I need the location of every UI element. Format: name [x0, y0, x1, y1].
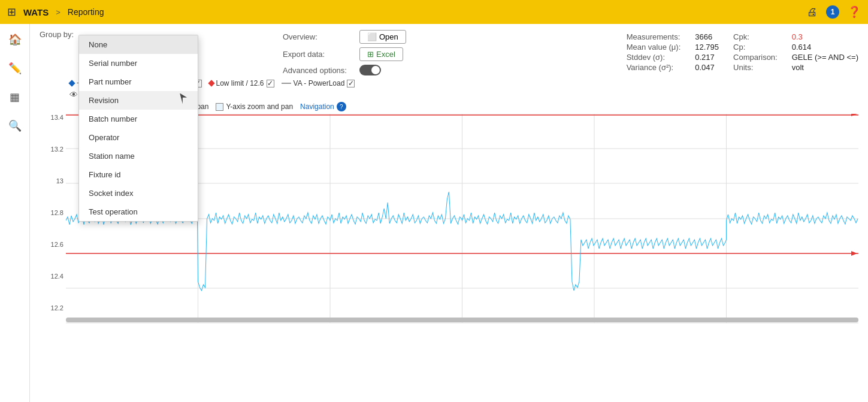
stddev-value: 0.217	[695, 53, 719, 62]
breadcrumb-separator: >	[56, 8, 61, 17]
export-label: Export data:	[283, 50, 355, 59]
print-icon[interactable]: 🖨	[807, 6, 818, 19]
y-label-126: 12.6	[40, 241, 63, 248]
sidebar-home-icon[interactable]: 🏠	[5, 30, 25, 49]
sigma-diamond	[68, 80, 75, 86]
va-label: VA - PowerLoad	[294, 79, 345, 87]
stddev-label: Stddev (σ):	[627, 53, 681, 62]
low-limit-diamond	[208, 80, 214, 86]
cp-value: 0.614	[792, 43, 858, 52]
svg-marker-15	[851, 251, 857, 256]
cpk-label: Cpk:	[733, 32, 778, 41]
variance-label: Variance (σ²):	[627, 63, 681, 72]
controls-left: Group by: None Serial number Part number…	[40, 30, 147, 43]
yaxis-zoom-checkbox[interactable]	[216, 103, 223, 111]
excel-label: Excel	[376, 50, 395, 59]
zoom-row: Zoom out X-axis zoom and pan Y-axis zoom…	[84, 101, 868, 114]
sidebar-search-icon[interactable]: 🔍	[5, 116, 25, 135]
controls-center: Overview: ⬜ Open Export data: ⊞ Excel Ad…	[283, 30, 406, 75]
y-label-124: 12.4	[40, 273, 63, 280]
cpk-value: 0.3	[792, 32, 858, 41]
sidebar-edit-icon[interactable]: ✏️	[5, 59, 25, 78]
mean-label: Mean value (μ):	[627, 43, 681, 52]
variance-value: 0.047	[695, 63, 719, 72]
low-limit-checkbox[interactable]: ✓	[267, 80, 274, 87]
stats-panel: Measurements: 3666 Cpk: 0.3 Mean value (…	[627, 30, 858, 72]
open-button[interactable]: ⬜ Open	[359, 30, 406, 44]
units-value: volt	[792, 63, 858, 72]
controls-row: Group by: None Serial number Part number…	[30, 24, 868, 75]
dropdown-item-revision[interactable]: Revision	[79, 91, 198, 110]
yaxis-zoom-item: Y-axis zoom and pan	[216, 102, 293, 111]
advanced-toggle[interactable]	[359, 65, 381, 75]
help-icon[interactable]: ❓	[848, 5, 861, 19]
low-limit-label: Low limit / 12.6	[216, 79, 264, 87]
main-layout: 🏠 ✏️ ▦ 🔍 Group by: None Serial number Pa…	[0, 24, 868, 402]
dropdown-item-testop[interactable]: Test operation	[79, 202, 198, 221]
units-label: Units:	[733, 63, 778, 72]
topbar: ⊞ WATS > Reporting 🖨 1 ❓	[0, 0, 868, 24]
advanced-row: Advanced options:	[283, 65, 406, 75]
overview-label: Overview:	[283, 32, 355, 41]
dropdown-item-serial[interactable]: Serial number	[79, 54, 198, 72]
comparison-value: GELE (>= AND <=)	[792, 53, 858, 62]
page-title: Reporting	[68, 7, 104, 17]
measurements-value: 3666	[695, 32, 719, 41]
content-area: Group by: None Serial number Part number…	[30, 24, 868, 402]
sidebar-table-icon[interactable]: ▦	[5, 87, 25, 107]
grid-icon: ⊞	[7, 5, 16, 19]
va-checkbox[interactable]: ✓	[347, 80, 355, 87]
dropdown-item-none[interactable]: None	[79, 35, 198, 54]
topbar-right: 🖨 1 ❓	[807, 5, 861, 19]
yaxis-zoom-label: Y-axis zoom and pan	[226, 102, 293, 111]
y-label-132: 13.2	[40, 146, 63, 153]
dropdown-item-station[interactable]: Station name	[79, 147, 198, 165]
advanced-label: Advanced options:	[283, 66, 355, 75]
navigation-item: Navigation ?	[300, 102, 346, 111]
dropdown-item-batch[interactable]: Batch number	[79, 110, 198, 128]
va-legend: VA - PowerLoad ✓	[282, 79, 355, 87]
comparison-label: Comparison:	[733, 53, 778, 62]
group-by-label: Group by:	[40, 30, 74, 39]
measurements-label: Measurements:	[627, 32, 681, 41]
export-row: Export data: ⊞ Excel	[283, 47, 406, 61]
overview-row: Overview: ⬜ Open	[283, 30, 406, 44]
excel-icon: ⊞	[367, 50, 374, 59]
sidebar: 🏠 ✏️ ▦ 🔍	[0, 24, 30, 402]
open-label: Open	[379, 32, 398, 41]
y-label-128: 12.8	[40, 209, 63, 216]
y-label-13: 13	[40, 177, 63, 185]
group-by-control: Group by: None Serial number Part number…	[40, 30, 147, 39]
notification-badge[interactable]: 1	[826, 5, 839, 19]
y-axis: 13.4 13.2 13 12.8 12.6 12.4 12.2	[40, 114, 63, 312]
app-name: WATS	[23, 7, 49, 17]
navigation-help-icon[interactable]: ?	[337, 102, 346, 111]
va-line	[282, 83, 291, 84]
dropdown-item-part[interactable]: Part number	[79, 72, 198, 91]
cp-label: Cp:	[733, 43, 778, 52]
dropdown-item-socket[interactable]: Socket index	[79, 184, 198, 202]
open-icon: ⬜	[367, 32, 377, 41]
low-limit-legend: Low limit / 12.6 ✓	[209, 79, 274, 87]
mean-value: 12.795	[695, 43, 719, 52]
dropdown-item-fixture[interactable]: Fixture id	[79, 165, 198, 184]
eye-icon: 👁	[69, 90, 78, 99]
svg-rect-17	[66, 318, 858, 322]
group-by-dropdown[interactable]: None Serial number Part number Revision …	[78, 35, 198, 222]
excel-button[interactable]: ⊞ Excel	[359, 47, 403, 61]
dropdown-item-operator[interactable]: Operator	[79, 128, 198, 147]
y-label-122: 12.2	[40, 304, 63, 312]
y-label-134: 13.4	[40, 114, 63, 121]
navigation-label: Navigation	[300, 102, 334, 111]
